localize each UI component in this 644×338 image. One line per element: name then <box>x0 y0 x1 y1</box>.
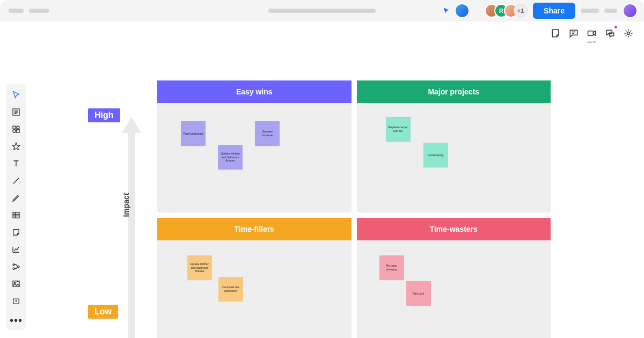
quadrant-body[interactable]: Update kitchen and bathroom fixtures Com… <box>157 240 352 338</box>
impact-axis-label: Impact <box>122 193 130 217</box>
quadrant-header: Major projects <box>357 80 551 103</box>
quadrant-major-projects[interactable]: Major projects Replace carpet with tile … <box>357 80 551 212</box>
impact-high-badge: High <box>88 108 120 122</box>
svg-point-1 <box>627 32 630 35</box>
cursor-icon <box>443 7 450 14</box>
beta-label: BETA <box>587 40 596 43</box>
current-user-avatar[interactable] <box>455 3 470 18</box>
topbar-center-placeholder <box>268 9 376 13</box>
placeholder <box>581 9 599 13</box>
impact-axis-arrow <box>122 117 141 338</box>
sub-toolbar: BETA <box>0 21 644 45</box>
comment-icon[interactable] <box>565 24 583 42</box>
quadrant-header: Easy wins <box>157 80 352 103</box>
app-topbar: R +1 Share <box>0 0 644 21</box>
chat-icon[interactable] <box>601 24 619 42</box>
sticky-note[interactable]: Complete the basement <box>218 277 243 302</box>
quadrant-header: Time-fillers <box>157 218 352 240</box>
settings-gear-icon[interactable] <box>619 24 638 42</box>
notification-dot-icon <box>614 26 617 28</box>
share-button[interactable]: Share <box>533 3 575 19</box>
priority-matrix: Easy wins Paint bedrooms Get new furnitu… <box>157 80 551 338</box>
svg-marker-14 <box>122 117 141 338</box>
placeholder <box>604 9 617 13</box>
topbar-left-placeholders <box>9 9 49 13</box>
quadrant-easy-wins[interactable]: Easy wins Paint bedrooms Get new furnitu… <box>157 80 352 212</box>
sticky-note[interactable]: Landscaping <box>423 143 448 167</box>
svg-rect-0 <box>588 31 594 35</box>
placeholder <box>9 9 24 13</box>
quadrant-body[interactable]: Replace carpet with tile Landscaping <box>357 103 551 212</box>
quadrant-time-fillers[interactable]: Time-fillers Update kitchen and bathroom… <box>157 218 352 338</box>
topbar-right: R +1 Share <box>443 3 638 19</box>
quadrant-time-wasters[interactable]: Time-wasters Re-pave driveway Add pool <box>357 218 551 338</box>
sticky-note[interactable]: Get new furniture <box>255 121 280 146</box>
sticky-note[interactable]: Update kitchen and bathroom fixtures <box>187 255 212 280</box>
quadrant-body[interactable]: Paint bedrooms Get new furniture Update … <box>157 103 352 212</box>
placeholder <box>29 9 49 13</box>
collaborator-avatars: R +1 <box>485 4 528 18</box>
quadrant-header: Time-wasters <box>357 218 551 240</box>
note-icon[interactable] <box>546 24 565 42</box>
sticky-note[interactable]: Re-pave driveway <box>379 255 404 280</box>
sticky-note[interactable]: Update kitchen and bathroom fixtures <box>218 145 243 170</box>
video-icon[interactable]: BETA <box>583 24 601 42</box>
sticky-note[interactable]: Add pool <box>406 281 431 306</box>
avatar-overflow[interactable]: +1 <box>514 4 528 18</box>
quadrant-body[interactable]: Re-pave driveway Add pool <box>357 240 551 338</box>
sticky-note[interactable]: Paint bedrooms <box>181 121 206 146</box>
whiteboard-canvas[interactable]: Impact High Low Easy wins Paint bedrooms… <box>0 45 644 338</box>
profile-avatar[interactable] <box>623 3 638 18</box>
placeholder <box>268 9 376 13</box>
impact-low-badge: Low <box>88 305 118 319</box>
sticky-note[interactable]: Replace carpet with tile <box>386 117 411 142</box>
